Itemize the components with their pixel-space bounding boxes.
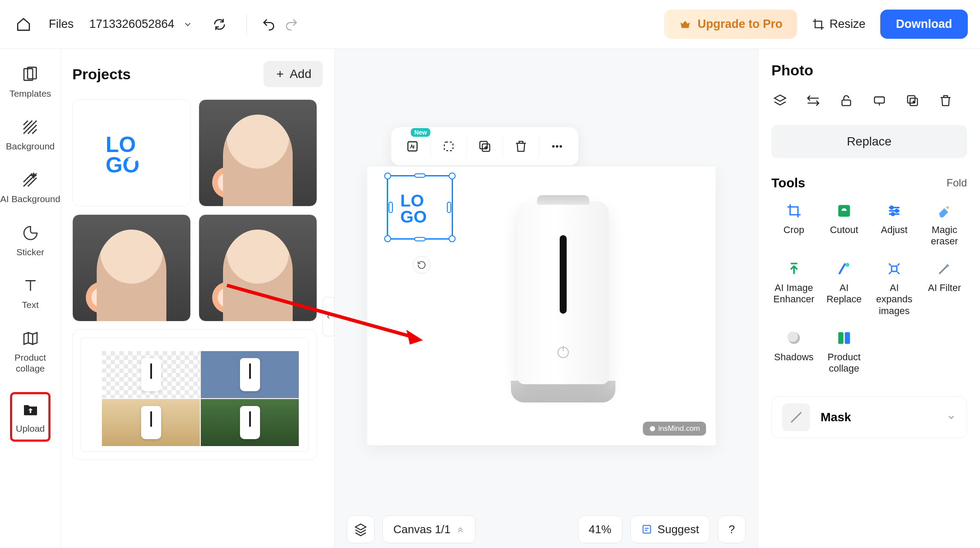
project-thumb-collage[interactable] bbox=[72, 329, 317, 460]
sync-button[interactable] bbox=[208, 13, 231, 36]
upgrade-button[interactable]: Upgrade to Pro bbox=[664, 10, 797, 39]
svg-rect-18 bbox=[875, 97, 885, 103]
sidebar-item-background[interactable]: Background bbox=[6, 117, 54, 152]
tool-cutout[interactable]: Cutout bbox=[821, 202, 866, 247]
help-button[interactable]: ? bbox=[718, 515, 746, 543]
tool-shadows[interactable]: Shadows bbox=[771, 329, 816, 375]
mask-section[interactable]: Mask bbox=[771, 396, 967, 438]
tool-ai-image-enhancer[interactable]: AI Image Enhancer bbox=[771, 260, 816, 317]
fold-button[interactable]: Fold bbox=[946, 177, 967, 189]
selected-logo-element[interactable]: LOGO bbox=[387, 175, 453, 240]
redo-button[interactable] bbox=[280, 13, 303, 36]
layers-button[interactable] bbox=[347, 515, 375, 543]
project-thumb-person-3[interactable] bbox=[199, 214, 317, 321]
svg-point-8 bbox=[552, 145, 555, 148]
resize-handle-b[interactable] bbox=[414, 237, 426, 241]
svg-point-22 bbox=[890, 206, 893, 209]
collapse-panel-button[interactable] bbox=[322, 297, 335, 336]
sidebar-item-label: Templates bbox=[10, 88, 51, 99]
templates-icon bbox=[20, 64, 41, 85]
rotate-handle[interactable] bbox=[413, 256, 430, 274]
document-name-text: 1713326052864 bbox=[89, 17, 174, 31]
ai-replace-icon bbox=[835, 260, 853, 278]
replace-button[interactable]: Replace bbox=[771, 125, 967, 158]
resize-handle-tl[interactable] bbox=[384, 173, 391, 179]
svg-point-9 bbox=[556, 145, 558, 148]
resize-handle-tr[interactable] bbox=[449, 173, 456, 179]
sidebar-item-text[interactable]: Text bbox=[20, 276, 41, 310]
ai-tool-button[interactable]: New bbox=[396, 132, 429, 161]
resize-label: Resize bbox=[829, 17, 865, 31]
sidebar-item-label: Product collage bbox=[0, 352, 61, 374]
shadows-icon bbox=[785, 329, 803, 347]
select-button[interactable] bbox=[433, 132, 465, 161]
upload-icon bbox=[20, 399, 41, 419]
add-button[interactable]: Add bbox=[264, 61, 323, 87]
product-collage-icon bbox=[20, 328, 41, 348]
project-thumb-person-1[interactable] bbox=[199, 99, 317, 206]
tool-magic-eraser[interactable]: Magic eraser bbox=[922, 202, 967, 247]
sidebar-item-label: Upload bbox=[16, 423, 45, 434]
right-panel-title: Photo bbox=[771, 62, 967, 79]
opacity-button[interactable] bbox=[871, 92, 888, 109]
suggest-label: Suggest bbox=[658, 523, 699, 536]
more-button[interactable] bbox=[541, 132, 573, 161]
copy-button[interactable] bbox=[904, 92, 921, 109]
download-button[interactable]: Download bbox=[880, 10, 968, 39]
delete-photo-button[interactable] bbox=[937, 92, 954, 109]
sidebar-item-ai-background[interactable]: AI Background bbox=[0, 170, 61, 204]
layer-order-button[interactable] bbox=[771, 92, 789, 109]
watermark: insMind.com bbox=[643, 422, 706, 436]
canvas-label: Canvas 1/1 bbox=[393, 523, 451, 536]
zoom-level[interactable]: 41% bbox=[578, 515, 622, 543]
resize-handle-bl[interactable] bbox=[384, 235, 391, 242]
add-label: Add bbox=[290, 67, 311, 81]
delete-button[interactable] bbox=[505, 132, 537, 161]
svg-rect-30 bbox=[845, 332, 850, 344]
sidebar-item-sticker[interactable]: Sticker bbox=[16, 223, 44, 257]
svg-point-10 bbox=[560, 145, 562, 148]
plus-icon bbox=[275, 69, 285, 79]
undo-button[interactable] bbox=[257, 13, 280, 36]
adjust-icon bbox=[885, 202, 903, 220]
resize-handle-t[interactable] bbox=[414, 173, 426, 178]
lock-button[interactable] bbox=[838, 92, 855, 109]
svg-rect-16 bbox=[643, 525, 650, 533]
resize-handle-r[interactable] bbox=[447, 202, 451, 213]
svg-point-24 bbox=[892, 213, 894, 216]
product-image[interactable] bbox=[502, 201, 624, 415]
tool-adjust[interactable]: Adjust bbox=[872, 202, 917, 247]
resize-button[interactable]: Resize bbox=[812, 17, 865, 31]
sidebar-item-templates[interactable]: Templates bbox=[10, 64, 51, 99]
sidebar-item-label: Text bbox=[22, 299, 39, 310]
context-toolbar: New bbox=[391, 127, 578, 166]
document-name[interactable]: 1713326052864 bbox=[89, 17, 193, 31]
sidebar-item-label: Background bbox=[6, 141, 54, 152]
resize-handle-br[interactable] bbox=[449, 235, 456, 242]
resize-handle-l[interactable] bbox=[389, 202, 393, 213]
tool-crop[interactable]: Crop bbox=[771, 202, 816, 247]
suggest-button[interactable]: Suggest bbox=[630, 515, 710, 543]
sidebar-item-upload[interactable]: Upload bbox=[10, 392, 51, 441]
project-thumb-logo[interactable]: LOGO bbox=[72, 99, 191, 206]
home-button[interactable] bbox=[12, 13, 35, 36]
duplicate-button[interactable] bbox=[469, 132, 501, 161]
watermark-icon bbox=[649, 425, 656, 432]
tool-ai-expand[interactable]: AI expands images bbox=[872, 260, 917, 317]
magic-eraser-icon bbox=[935, 202, 953, 220]
replace-label: Replace bbox=[847, 135, 892, 149]
flip-button[interactable] bbox=[804, 92, 822, 109]
tool-product-collage[interactable]: Product collage bbox=[821, 329, 866, 375]
mask-label: Mask bbox=[821, 410, 851, 424]
files-breadcrumb[interactable]: Files bbox=[49, 17, 74, 31]
tool-ai-filter[interactable]: AI Filter bbox=[922, 260, 967, 317]
project-thumb-person-2[interactable] bbox=[72, 214, 191, 321]
cutout-icon bbox=[835, 202, 853, 220]
ai-background-icon bbox=[20, 170, 40, 190]
sidebar-item-product-collage[interactable]: Product collage bbox=[0, 328, 61, 374]
background-icon bbox=[20, 117, 40, 137]
crop-icon bbox=[812, 18, 825, 31]
canvas-pager[interactable]: Canvas 1/1 bbox=[382, 515, 476, 543]
tool-ai-replace[interactable]: AI Replace bbox=[821, 260, 866, 317]
svg-rect-26 bbox=[892, 266, 897, 271]
